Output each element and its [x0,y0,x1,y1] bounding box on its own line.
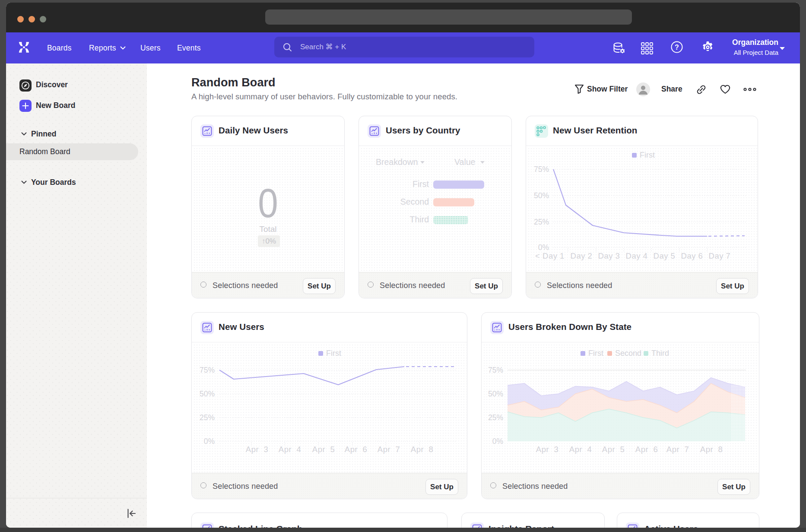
svg-text:Day 3: Day 3 [598,251,620,260]
svg-text:Apr 7: Apr 7 [378,445,400,454]
svg-text:Apr 3: Apr 3 [536,445,558,454]
svg-text:25%: 25% [488,413,503,422]
svg-text:Apr 8: Apr 8 [700,445,723,454]
svg-text:Day 6: Day 6 [681,251,703,260]
svg-text:Day 7: Day 7 [709,251,731,260]
svg-text:Apr 6: Apr 6 [635,445,658,454]
svg-text:First: First [588,349,603,358]
svg-text:75%: 75% [534,165,549,174]
svg-text:< Day 1: < Day 1 [535,251,565,260]
svg-text:25%: 25% [534,218,549,226]
svg-text:Day 4: Day 4 [626,251,648,260]
svg-text:0%: 0% [538,243,549,252]
svg-text:Apr 4: Apr 4 [279,445,301,454]
svg-text:Apr 3: Apr 3 [246,445,268,454]
svg-text:Apr 8: Apr 8 [411,445,433,454]
svg-text:50%: 50% [200,390,215,398]
svg-text:Apr 4: Apr 4 [569,445,592,454]
svg-text:0%: 0% [492,437,503,446]
svg-text:Apr 7: Apr 7 [666,445,689,454]
svg-text:Day 5: Day 5 [654,251,676,260]
svg-text:First: First [326,349,341,358]
svg-text:Apr 5: Apr 5 [312,445,335,454]
svg-text:50%: 50% [534,191,549,200]
svg-text:75%: 75% [488,366,503,374]
svg-text:First: First [640,151,655,159]
svg-text:50%: 50% [488,390,503,398]
svg-text:?: ? [675,44,679,51]
svg-text:Day 2: Day 2 [571,251,593,260]
svg-text:Second: Second [615,349,641,358]
svg-text:Apr 5: Apr 5 [602,445,625,454]
svg-text:Third: Third [651,349,669,358]
svg-text:25%: 25% [200,413,215,422]
svg-text:Apr 6: Apr 6 [345,445,367,454]
svg-text:75%: 75% [200,366,215,374]
svg-text:0%: 0% [204,437,215,446]
